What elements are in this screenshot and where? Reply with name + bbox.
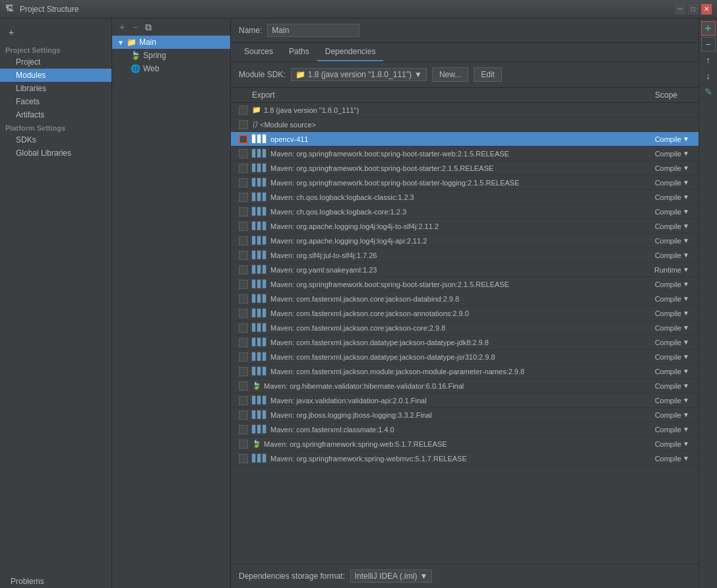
dep-row-dep14[interactable]: ▋▋▋ Maven: com.fasterxml.jackson.datatyp… <box>231 335 699 350</box>
tab-dependencies[interactable]: Dependencies <box>317 43 384 61</box>
dep-checkbox-dep9[interactable] <box>239 265 248 275</box>
module-folder-icon: 📁 <box>127 38 137 47</box>
dep-row-jdk[interactable]: 📁 1.8 (java version "1.8.0_111") <box>231 103 699 117</box>
dep-checkbox-dep19[interactable] <box>239 410 248 420</box>
dep-checkbox-dep8[interactable] <box>239 251 248 260</box>
dep-checkbox-opencv[interactable] <box>239 135 248 144</box>
dep-row-dep20[interactable]: ▋▋▋ Maven: com.fasterxml:classmate:1.4.0… <box>231 422 699 437</box>
module-copy-button[interactable]: ⧉ <box>142 21 154 33</box>
library-icon-dep19: ▋▋▋ <box>252 410 268 419</box>
dep-checkbox-dep21[interactable] <box>239 440 248 449</box>
dep-edit-button[interactable]: ✎ <box>701 84 716 99</box>
dep-row-dep3[interactable]: ▋▋▋ Maven: org.springframework.boot:spri… <box>231 176 699 190</box>
dep-row-dep1[interactable]: ▋▋▋ Maven: org.springframework.boot:spri… <box>231 147 699 161</box>
dep-remove-button[interactable]: − <box>701 37 716 51</box>
dep-row-module-source[interactable]: ⟨⟩ <Module source> <box>231 117 699 132</box>
dep-checkbox-module-source[interactable] <box>239 120 248 129</box>
storage-selector[interactable]: IntelliJ IDEA (.iml) ▼ <box>350 570 433 583</box>
dep-move-down-button[interactable]: ↓ <box>701 69 716 83</box>
sidebar-item-libraries[interactable]: Libraries <box>0 82 111 95</box>
dep-checkbox-dep14[interactable] <box>239 338 248 347</box>
dep-row-dep9[interactable]: ▋▋▋ Maven: org.yaml:snakeyaml:1.23 Runti… <box>231 263 699 277</box>
module-item-spring[interactable]: 🍃 Spring <box>112 49 230 62</box>
library-icon-dep12: ▋▋▋ <box>252 309 268 317</box>
sidebar-item-problems[interactable]: Problems <box>0 575 111 588</box>
dep-row-dep2[interactable]: ▋▋▋ Maven: org.springframework.boot:spri… <box>231 161 699 176</box>
main-container: + Project Settings Project Modules Libra… <box>0 18 717 588</box>
sidebar-item-facets[interactable]: Facets <box>0 95 111 108</box>
minimize-button[interactable]: ─ <box>675 4 685 15</box>
sdk-edit-button[interactable]: Edit <box>474 67 502 82</box>
module-remove-button[interactable]: − <box>129 21 141 33</box>
dep-row-dep6[interactable]: ▋▋▋ Maven: org.apache.logging.log4j:log4… <box>231 219 699 234</box>
dep-table-header: Export Scope <box>231 88 699 103</box>
dep-checkbox-dep2[interactable] <box>239 164 248 173</box>
sidebar-item-global-libraries[interactable]: Global Libraries <box>0 147 111 160</box>
dep-checkbox-dep3[interactable] <box>239 178 248 187</box>
sidebar-item-artifacts[interactable]: Artifacts <box>0 108 111 121</box>
dep-row-dep5[interactable]: ▋▋▋ Maven: ch.qos.logback:logback-core:1… <box>231 205 699 219</box>
dep-row-dep12[interactable]: ▋▋▋ Maven: com.fasterxml.jackson.core:ja… <box>231 306 699 321</box>
dep-row-dep7[interactable]: ▋▋▋ Maven: org.apache.logging.log4j:log4… <box>231 234 699 248</box>
dep-checkbox-dep12[interactable] <box>239 309 248 318</box>
dep-row-dep15[interactable]: ▋▋▋ Maven: com.fasterxml.jackson.datatyp… <box>231 350 699 364</box>
dep-checkbox-dep4[interactable] <box>239 193 248 202</box>
module-item-main[interactable]: ▼ 📁 Main <box>112 36 230 49</box>
close-button[interactable]: ✕ <box>701 4 712 15</box>
sidebar-item-modules[interactable]: Modules <box>0 69 111 82</box>
maximize-button[interactable]: □ <box>688 4 699 15</box>
dep-row-dep17[interactable]: 🍃 Maven: org.hibernate.validator:hiberna… <box>231 379 699 393</box>
dep-checkbox-dep5[interactable] <box>239 207 248 216</box>
dep-checkbox-dep15[interactable] <box>239 352 248 362</box>
dep-checkbox-dep17[interactable] <box>239 381 248 391</box>
dep-add-button[interactable]: + <box>701 21 716 36</box>
dep-row-dep19[interactable]: ▋▋▋ Maven: org.jboss.logging:jboss-loggi… <box>231 408 699 422</box>
dep-row-dep16[interactable]: ▋▋▋ Maven: com.fasterxml.jackson.module:… <box>231 364 699 379</box>
sidebar-toolbar: + <box>0 24 111 41</box>
library-icon-dep13: ▋▋▋ <box>252 323 268 332</box>
dep-move-up-button[interactable]: ↑ <box>701 53 716 67</box>
library-icon-opencv: ▋▋▋ <box>252 135 268 143</box>
dep-checkbox-dep10[interactable] <box>239 280 248 289</box>
sidebar-item-sdks[interactable]: SDKs <box>0 133 111 147</box>
dep-row-dep13[interactable]: ▋▋▋ Maven: com.fasterxml.jackson.core:ja… <box>231 321 699 335</box>
dep-row-dep4[interactable]: ▋▋▋ Maven: ch.qos.logback:logback-classi… <box>231 190 699 205</box>
dep-checkbox-jdk[interactable] <box>239 106 248 115</box>
dep-checkbox-dep11[interactable] <box>239 294 248 304</box>
dep-row-dep21[interactable]: 🍃 Maven: org.springframework:spring-web:… <box>231 437 699 451</box>
dep-row-dep10[interactable]: ▋▋▋ Maven: org.springframework.boot:spri… <box>231 277 699 292</box>
sdk-new-button[interactable]: New... <box>432 67 468 82</box>
module-add-button[interactable]: + <box>116 21 128 33</box>
sdk-selector[interactable]: 📁 1.8 (java version "1.8.0_111") ▼ <box>291 68 427 81</box>
dep-checkbox-dep16[interactable] <box>239 367 248 376</box>
dep-checkbox-dep1[interactable] <box>239 149 248 158</box>
right-toolbar: + − ↑ ↓ ✎ <box>699 18 717 588</box>
dep-row-dep8[interactable]: ▋▋▋ Maven: org.slf4j:jul-to-slf4j:1.7.26… <box>231 248 699 263</box>
library-icon-dep11: ▋▋▋ <box>252 294 268 303</box>
name-input[interactable] <box>267 24 359 37</box>
dep-row-dep22[interactable]: ▋▋▋ Maven: org.springframework:spring-we… <box>231 451 699 466</box>
tab-sources[interactable]: Sources <box>236 43 281 61</box>
tab-paths[interactable]: Paths <box>281 43 317 61</box>
dep-checkbox-dep20[interactable] <box>239 425 248 434</box>
sdk-row: Module SDK: 📁 1.8 (java version "1.8.0_1… <box>231 62 699 88</box>
dependencies-list[interactable]: 📁 1.8 (java version "1.8.0_111") ⟨⟩ <Mod… <box>231 103 699 564</box>
title-bar-controls: ─ □ ✕ <box>675 4 712 15</box>
library-icon-dep5: ▋▋▋ <box>252 207 268 216</box>
dep-checkbox-dep18[interactable] <box>239 396 248 405</box>
name-label: Name: <box>239 26 262 35</box>
dep-row-opencv[interactable]: ▋▋▋ opencv-411 Compile ▼ <box>231 132 699 147</box>
dep-checkbox-dep13[interactable] <box>239 323 248 333</box>
dep-row-dep11[interactable]: ▋▋▋ Maven: com.fasterxml.jackson.core:ja… <box>231 292 699 306</box>
module-item-web[interactable]: 🌐 Web <box>112 62 230 75</box>
dep-checkbox-dep22[interactable] <box>239 454 248 463</box>
dep-checkbox-dep7[interactable] <box>239 236 248 245</box>
sidebar-add-button[interactable]: + <box>5 26 17 38</box>
export-column-header: Export <box>252 90 625 100</box>
sidebar-item-project[interactable]: Project <box>0 55 111 69</box>
module-panel: + − ⧉ ▼ 📁 Main 🍃 Spring 🌐 Web <box>112 18 231 588</box>
sdk-label: Module SDK: <box>239 70 286 79</box>
spring-icon: 🍃 <box>131 51 140 60</box>
dep-checkbox-dep6[interactable] <box>239 222 248 231</box>
dep-row-dep18[interactable]: ▋▋▋ Maven: javax.validation:validation-a… <box>231 393 699 408</box>
